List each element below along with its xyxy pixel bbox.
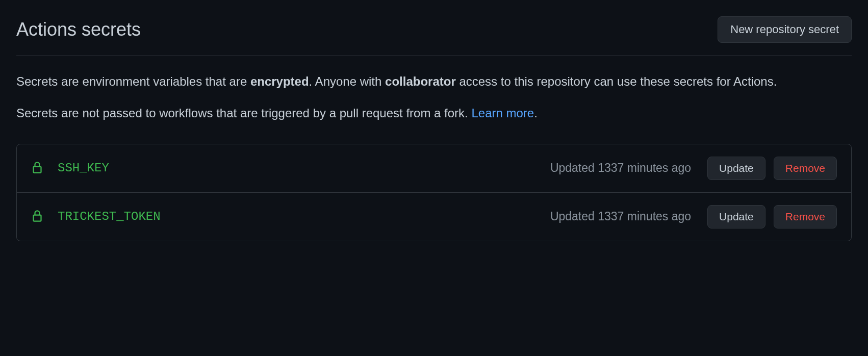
description-bold-encrypted: encrypted bbox=[250, 74, 309, 88]
new-repository-secret-button[interactable]: New repository secret bbox=[718, 16, 852, 43]
remove-button[interactable]: Remove bbox=[774, 205, 837, 228]
secret-name: TRICKEST_TOKEN bbox=[58, 210, 550, 223]
secret-row: TRICKEST_TOKEN Updated 1337 minutes ago … bbox=[17, 193, 851, 241]
page-title: Actions secrets bbox=[16, 19, 141, 40]
description-text: . Anyone with bbox=[309, 74, 385, 88]
secrets-description: Secrets are environment variables that a… bbox=[16, 72, 852, 91]
lock-icon bbox=[31, 160, 43, 176]
secrets-table: SSH_KEY Updated 1337 minutes ago Update … bbox=[16, 144, 852, 241]
remove-button[interactable]: Remove bbox=[774, 157, 837, 180]
description-bold-collaborator: collaborator bbox=[385, 74, 456, 88]
description-text: Secrets are environment variables that a… bbox=[16, 74, 250, 88]
learn-more-link[interactable]: Learn more bbox=[471, 106, 534, 120]
update-button[interactable]: Update bbox=[707, 157, 765, 180]
secret-row: SSH_KEY Updated 1337 minutes ago Update … bbox=[17, 144, 851, 193]
secret-name: SSH_KEY bbox=[58, 161, 550, 175]
update-button[interactable]: Update bbox=[707, 205, 765, 228]
learn-more-line: Secrets are not passed to workflows that… bbox=[16, 104, 852, 123]
description-text: access to this repository can use these … bbox=[456, 74, 777, 88]
secret-updated-time: Updated 1337 minutes ago bbox=[550, 210, 691, 223]
learn-more-suffix: . bbox=[534, 106, 538, 120]
secret-updated-time: Updated 1337 minutes ago bbox=[550, 161, 691, 175]
learn-more-text: Secrets are not passed to workflows that… bbox=[16, 106, 471, 120]
svg-rect-0 bbox=[34, 166, 41, 172]
lock-icon bbox=[31, 209, 43, 225]
svg-rect-1 bbox=[34, 215, 41, 221]
page-header: Actions secrets New repository secret bbox=[16, 16, 852, 56]
